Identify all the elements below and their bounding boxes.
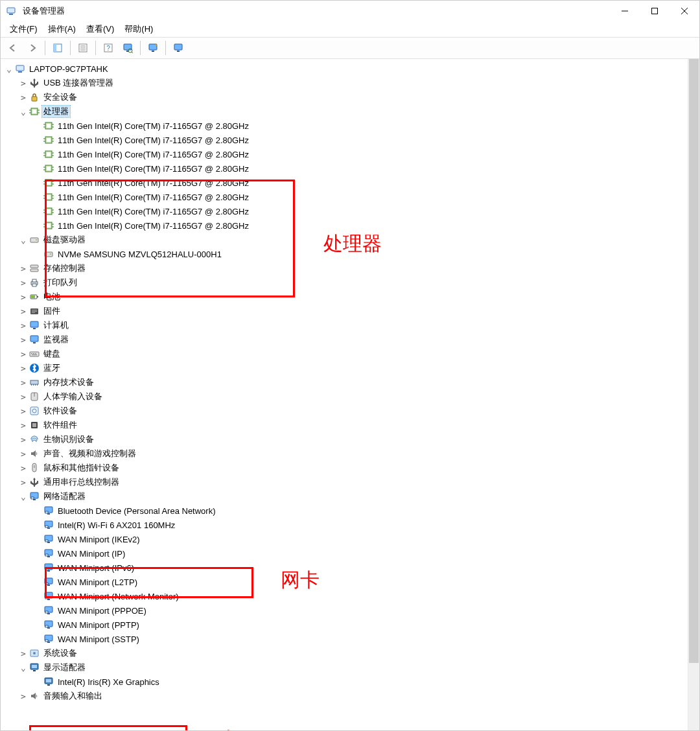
expand-toggle[interactable]: ⌄ xyxy=(19,107,28,116)
device-item[interactable]: >WAN Miniport (IKEv2) xyxy=(33,532,699,546)
category-software_components[interactable]: >软件组件 xyxy=(19,418,699,432)
toolbar-devices-printers-button[interactable] xyxy=(170,40,187,56)
device-item[interactable]: >NVMe SAMSUNG MZVLQ512HALU-000H1 xyxy=(33,247,699,261)
expand-toggle[interactable]: > xyxy=(19,335,28,344)
toolbar-add-legacy-button[interactable] xyxy=(145,40,161,56)
expand-toggle[interactable]: > xyxy=(19,321,28,330)
category-bluetooth[interactable]: >蓝牙 xyxy=(19,361,699,375)
category-hid[interactable]: >人体学输入设备 xyxy=(19,389,699,404)
tree-root[interactable]: ⌄ LAPTOP-9C7PTAHK xyxy=(5,62,699,76)
toolbar-show-hide-tree-button[interactable] xyxy=(49,40,66,56)
device-item[interactable]: >Bluetooth Device (Personal Area Network… xyxy=(33,504,699,518)
device-item[interactable]: >WAN Miniport (PPTP) xyxy=(33,618,699,632)
minimize-button[interactable] xyxy=(610,1,640,21)
category-computer[interactable]: >计算机 xyxy=(19,318,699,332)
category-storage_controllers[interactable]: >存储控制器 xyxy=(19,261,699,275)
category-mice[interactable]: >鼠标和其他指针设备 xyxy=(19,461,699,475)
expand-toggle[interactable]: > xyxy=(19,463,28,472)
expand-toggle[interactable]: > xyxy=(19,93,28,102)
expand-toggle[interactable]: ⌄ xyxy=(19,492,28,501)
battery-icon xyxy=(29,292,40,302)
expand-toggle[interactable]: > xyxy=(19,392,28,401)
device-item[interactable]: >11th Gen Intel(R) Core(TM) i7-1165G7 @ … xyxy=(33,190,699,204)
device-item[interactable]: >WAN Miniport (L2TP) xyxy=(33,575,699,589)
menu-help[interactable]: 帮助(H) xyxy=(119,22,158,36)
expand-toggle[interactable]: > xyxy=(19,264,28,273)
expand-toggle[interactable]: > xyxy=(19,691,28,701)
device-item[interactable]: >11th Gen Intel(R) Core(TM) i7-1165G7 @ … xyxy=(33,133,699,147)
device-item[interactable]: >WAN Miniport (SSTP) xyxy=(33,632,699,646)
expand-toggle[interactable]: > xyxy=(19,649,28,658)
tree-item-label: 11th Gen Intel(R) Core(TM) i7-1165G7 @ 2… xyxy=(56,178,250,188)
category-display_adapters[interactable]: ⌄显示适配器 xyxy=(19,660,699,675)
expand-toggle[interactable]: ⌄ xyxy=(19,235,28,244)
maximize-button[interactable] xyxy=(640,1,670,21)
expand-toggle[interactable]: > xyxy=(19,292,28,301)
expand-toggle[interactable]: ⌄ xyxy=(19,663,28,672)
expand-toggle[interactable]: > xyxy=(19,349,28,358)
expand-toggle[interactable]: > xyxy=(19,449,28,458)
category-processors[interactable]: ⌄处理器 xyxy=(19,104,699,119)
tree-item-label: WAN Miniport (IKEv2) xyxy=(56,535,141,544)
cpu-icon xyxy=(43,149,54,159)
device-item[interactable]: >11th Gen Intel(R) Core(TM) i7-1165G7 @ … xyxy=(33,176,699,190)
tree-item-label: 电池 xyxy=(42,291,62,303)
expand-toggle[interactable]: > xyxy=(19,478,28,487)
expand-toggle[interactable]: > xyxy=(19,364,28,373)
device-item[interactable]: >Intel(R) Iris(R) Xe Graphics xyxy=(33,675,699,689)
category-network_adapters[interactable]: ⌄网络适配器 xyxy=(19,489,699,504)
menu-file[interactable]: 文件(F) xyxy=(5,22,43,36)
category-usb_connector_mgr[interactable]: >USB 连接器管理器 xyxy=(19,76,699,90)
menu-action[interactable]: 操作(A) xyxy=(43,22,81,36)
category-security_devices[interactable]: >安全设备 xyxy=(19,90,699,104)
device-item[interactable]: >Intel(R) Wi-Fi 6 AX201 160MHz xyxy=(33,518,699,532)
expand-toggle[interactable]: ⌄ xyxy=(5,64,14,73)
category-usb_controllers[interactable]: >通用串行总线控制器 xyxy=(19,475,699,489)
toolbar-forward-button[interactable] xyxy=(24,40,41,56)
expand-toggle[interactable]: > xyxy=(19,421,28,430)
category-batteries[interactable]: >电池 xyxy=(19,290,699,304)
category-audio_io[interactable]: >音频输入和输出 xyxy=(19,689,699,703)
expand-toggle[interactable]: > xyxy=(19,435,28,444)
expand-toggle[interactable]: > xyxy=(19,378,28,387)
expand-toggle[interactable]: > xyxy=(19,406,28,415)
device-item[interactable]: >WAN Miniport (PPPOE) xyxy=(33,603,699,618)
category-biometric[interactable]: >生物识别设备 xyxy=(19,432,699,447)
device-item[interactable]: >11th Gen Intel(R) Core(TM) i7-1165G7 @ … xyxy=(33,204,699,218)
lock-icon xyxy=(29,92,40,102)
device-item[interactable]: >WAN Miniport (Network Monitor) xyxy=(33,589,699,603)
category-print_queues[interactable]: >打印队列 xyxy=(19,275,699,290)
close-button[interactable] xyxy=(670,1,699,21)
net-icon xyxy=(43,534,54,544)
device-item[interactable]: >11th Gen Intel(R) Core(TM) i7-1165G7 @ … xyxy=(33,119,699,133)
toolbar-scan-button[interactable] xyxy=(119,40,136,56)
device-item[interactable]: >11th Gen Intel(R) Core(TM) i7-1165G7 @ … xyxy=(33,161,699,176)
tree-item-label: 11th Gen Intel(R) Core(TM) i7-1165G7 @ 2… xyxy=(56,192,250,202)
expand-toggle[interactable]: > xyxy=(19,307,28,316)
menu-view[interactable]: 查看(V) xyxy=(81,22,119,36)
category-keyboards[interactable]: >键盘 xyxy=(19,347,699,361)
toolbar-help-button[interactable]: ? xyxy=(100,40,117,56)
device-item[interactable]: >11th Gen Intel(R) Core(TM) i7-1165G7 @ … xyxy=(33,147,699,161)
net-icon xyxy=(43,634,54,644)
expand-toggle[interactable]: > xyxy=(19,78,28,87)
tree-item-label: 11th Gen Intel(R) Core(TM) i7-1165G7 @ 2… xyxy=(56,135,250,145)
toolbar-properties-button[interactable] xyxy=(75,40,91,56)
category-sound_video_game[interactable]: >声音、视频和游戏控制器 xyxy=(19,447,699,461)
tree-item-label: 11th Gen Intel(R) Core(TM) i7-1165G7 @ 2… xyxy=(56,164,250,174)
tree-item-label: 蓝牙 xyxy=(42,362,62,374)
category-system_devices[interactable]: >系统设备 xyxy=(19,646,699,660)
device-item[interactable]: >WAN Miniport (IP) xyxy=(33,546,699,561)
device-item[interactable]: >WAN Miniport (IPv6) xyxy=(33,561,699,575)
vertical-scrollbar[interactable] xyxy=(688,59,699,730)
category-memory_tech[interactable]: >内存技术设备 xyxy=(19,375,699,389)
device-item[interactable]: >11th Gen Intel(R) Core(TM) i7-1165G7 @ … xyxy=(33,218,699,233)
toolbar-back-button[interactable] xyxy=(5,40,21,56)
category-disk_drives[interactable]: ⌄磁盘驱动器 xyxy=(19,233,699,247)
expand-toggle[interactable]: > xyxy=(19,278,28,287)
category-firmware[interactable]: >固件 xyxy=(19,304,699,318)
category-software_devices[interactable]: >软件设备 xyxy=(19,404,699,418)
category-monitors[interactable]: >监视器 xyxy=(19,332,699,347)
tree-item-label: 11th Gen Intel(R) Core(TM) i7-1165G7 @ 2… xyxy=(56,121,250,131)
scrollbar-thumb[interactable] xyxy=(689,59,699,663)
